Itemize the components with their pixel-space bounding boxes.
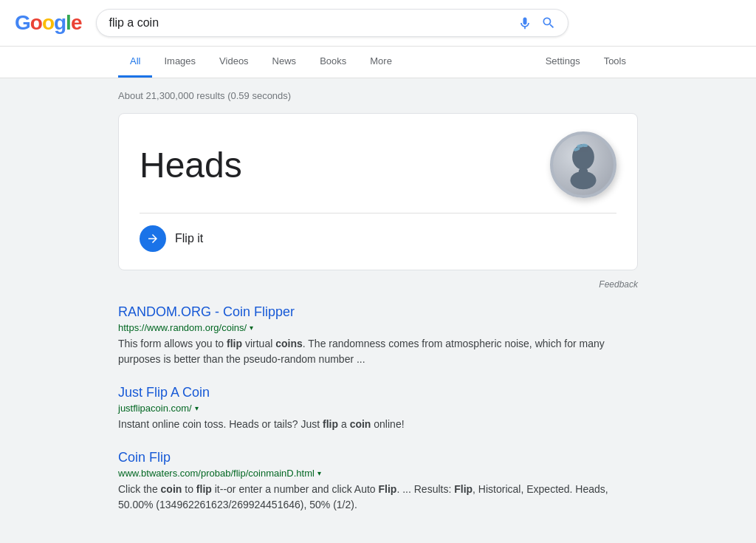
search-result-2: Just Flip A Coin justflipacoin.com/ ▾ In… (118, 385, 638, 432)
flip-it-button[interactable] (140, 225, 166, 252)
feedback-row: Feedback (118, 279, 638, 290)
mic-icon[interactable] (518, 16, 532, 30)
search-submit-icon[interactable] (541, 16, 556, 30)
tab-more[interactable]: More (358, 47, 404, 78)
arrow-right-icon (146, 232, 159, 245)
tab-books[interactable]: Books (308, 47, 358, 78)
coin-widget-top: Heads (140, 132, 616, 198)
coin-result: Heads (140, 145, 242, 185)
result-title-3[interactable]: Coin Flip (118, 450, 638, 465)
result-dropdown-3[interactable]: ▾ (317, 469, 321, 477)
coin-silhouette-icon (563, 139, 604, 191)
result-title-2[interactable]: Just Flip A Coin (118, 385, 638, 400)
tab-news[interactable]: News (261, 47, 309, 78)
tab-settings[interactable]: Settings (534, 47, 592, 78)
result-snippet-3: Click the coin to flip it--or enter a nu… (118, 482, 638, 513)
result-url-3: www.btwaters.com/probab/flip/coinmainD.h… (118, 468, 315, 479)
tab-tools[interactable]: Tools (592, 47, 638, 78)
svg-point-0 (572, 144, 594, 170)
header: Google (0, 0, 756, 47)
main-content: About 21,300,000 results (0.59 seconds) … (0, 78, 756, 542)
flip-it-row: Flip it (140, 225, 616, 252)
result-dropdown-2[interactable]: ▾ (195, 404, 199, 412)
svg-point-2 (571, 171, 597, 190)
coin-widget: Heads (118, 113, 638, 270)
coin-image (550, 132, 616, 198)
search-result-1: RANDOM.ORG - Coin Flipper https://www.ra… (118, 304, 638, 367)
result-title-1[interactable]: RANDOM.ORG - Coin Flipper (118, 304, 638, 320)
search-icons (518, 16, 556, 30)
flip-divider (140, 213, 616, 214)
search-input[interactable] (109, 16, 518, 30)
tab-all[interactable]: All (118, 47, 152, 78)
tab-images[interactable]: Images (152, 47, 207, 78)
result-dropdown-1[interactable]: ▾ (250, 324, 253, 332)
result-snippet-2: Instant online coin toss. Heads or tails… (118, 417, 638, 432)
search-bar (96, 9, 568, 37)
nav-tabs: All Images Videos News Books More Settin… (0, 47, 756, 78)
result-snippet-1: This form allows you to flip virtual coi… (118, 336, 638, 367)
feedback-label[interactable]: Feedback (599, 279, 638, 290)
tab-videos[interactable]: Videos (207, 47, 261, 78)
search-result-3: Coin Flip www.btwaters.com/probab/flip/c… (118, 450, 638, 513)
results-count: About 21,300,000 results (0.59 seconds) (118, 90, 638, 101)
result-url-row-3: www.btwaters.com/probab/flip/coinmainD.h… (118, 468, 638, 479)
result-url-1: https://www.random.org/coins/ (118, 322, 247, 333)
result-url-row-2: justflipacoin.com/ ▾ (118, 403, 638, 414)
flip-it-label: Flip it (175, 232, 203, 245)
result-url-2: justflipacoin.com/ (118, 403, 192, 414)
google-logo[interactable]: Google (15, 11, 81, 35)
result-url-row-1: https://www.random.org/coins/ ▾ (118, 322, 638, 333)
